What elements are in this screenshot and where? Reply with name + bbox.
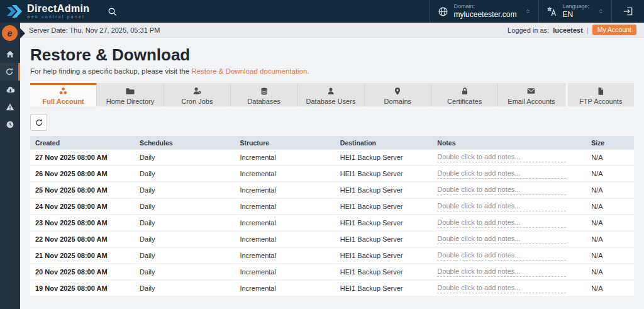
table-row[interactable]: 19 Nov 2025 08:00 AMDailyIncrementalHEI1… <box>30 281 634 297</box>
table-row[interactable]: 22 Nov 2025 08:00 AMDailyIncrementalHEI1… <box>30 232 634 248</box>
tab-label: Database Users <box>306 98 356 105</box>
notes-editable[interactable]: Double click to add notes... <box>437 202 566 211</box>
directadmin-arrows-icon <box>6 4 23 18</box>
notes-cell: Double click to add notes... <box>432 235 586 244</box>
notes-cell: Double click to add notes... <box>432 202 586 211</box>
notes-editable[interactable]: Double click to add notes... <box>437 218 566 228</box>
chevron-updown-icon <box>598 7 604 16</box>
table-row[interactable]: 24 Nov 2025 08:00 AMDailyIncrementalHEI1… <box>30 199 634 215</box>
created-cell: 23 Nov 2025 08:00 AM <box>30 219 135 227</box>
table-header: CreatedSchedulesStructureDestinationNote… <box>30 136 634 150</box>
structure-cell: Incremental <box>235 203 335 210</box>
tab-database-users[interactable]: Database Users <box>297 83 364 106</box>
notes-editable[interactable]: Double click to add notes... <box>437 153 566 162</box>
cloud-download-icon <box>6 85 15 94</box>
refresh-icon <box>35 118 43 127</box>
top-header: DirectAdmin web control panel Domain: my… <box>0 0 644 23</box>
destination-cell: HEI1 Backup Server <box>335 284 433 292</box>
tab-ftp-accounts[interactable]: FTP Accounts <box>568 83 634 106</box>
schedule-cell: Daily <box>135 203 235 210</box>
directadmin-logo[interactable]: DirectAdmin web control panel <box>0 4 90 20</box>
table-row[interactable]: 25 Nov 2025 08:00 AMDailyIncrementalHEI1… <box>30 183 634 199</box>
logout-button[interactable] <box>611 0 644 23</box>
notes-editable[interactable]: Double click to add notes... <box>437 267 566 277</box>
lucee-avatar[interactable]: e <box>2 25 18 41</box>
column-header-schedules[interactable]: Schedules <box>135 139 235 147</box>
schedule-cell: Daily <box>135 219 235 227</box>
notes-cell: Double click to add notes... <box>432 267 586 277</box>
tab-domains[interactable]: Domains <box>365 83 431 106</box>
envelope-icon <box>526 87 536 96</box>
notes-editable[interactable]: Double click to add notes... <box>437 186 566 195</box>
created-cell: 22 Nov 2025 08:00 AM <box>30 235 135 243</box>
sidebar-item-history[interactable] <box>0 116 20 133</box>
notes-editable[interactable]: Double click to add notes... <box>437 235 566 244</box>
language-value: EN <box>562 11 589 20</box>
notes-editable[interactable]: Double click to add notes... <box>437 251 566 261</box>
size-cell: N/A <box>586 235 634 243</box>
language-label: Language: <box>562 3 589 9</box>
map-pin-icon <box>393 87 402 96</box>
structure-cell: Incremental <box>235 154 335 161</box>
size-cell: N/A <box>586 154 634 161</box>
column-header-size[interactable]: Size <box>586 139 634 147</box>
tab-certificates[interactable]: Certificates <box>431 83 498 106</box>
status-bar: Server Date: Thu, Nov 27, 2025, 05:31 PM… <box>0 23 644 38</box>
column-header-created[interactable]: Created <box>30 139 135 147</box>
tab-label: Databases <box>247 98 280 105</box>
domain-selector[interactable]: Domain: myluceetester.com <box>430 0 538 23</box>
refresh-button[interactable] <box>30 114 47 131</box>
tab-home-directory[interactable]: Home Directory <box>97 83 164 106</box>
my-account-button[interactable]: My Account <box>592 25 636 35</box>
size-cell: N/A <box>586 268 634 276</box>
tab-label: Email Accounts <box>508 98 555 105</box>
tab-cron-jobs[interactable]: Cron Jobs <box>164 83 231 106</box>
tab-label: Home Directory <box>106 98 154 105</box>
created-cell: 25 Nov 2025 08:00 AM <box>30 186 135 194</box>
database-icon <box>260 87 269 96</box>
server-date: Server Date: Thu, Nov 27, 2025, 05:31 PM <box>29 26 160 34</box>
language-selector[interactable]: Language: EN <box>538 0 611 23</box>
tab-label: Domains <box>384 98 411 105</box>
tab-full-account[interactable]: Full Account <box>30 83 97 106</box>
destination-cell: HEI1 Backup Server <box>335 219 433 227</box>
created-cell: 20 Nov 2025 08:00 AM <box>30 268 135 276</box>
table-row[interactable]: 20 Nov 2025 08:00 AMDailyIncrementalHEI1… <box>30 264 634 281</box>
tab-databases[interactable]: Databases <box>231 83 297 106</box>
notes-editable[interactable]: Double click to add notes... <box>437 284 566 293</box>
notes-editable[interactable]: Double click to add notes... <box>437 169 566 179</box>
file-icon <box>596 87 605 96</box>
clock-icon <box>6 120 14 129</box>
column-header-destination[interactable]: Destination <box>335 139 433 147</box>
table-row[interactable]: 27 Nov 2025 08:00 AMDailyIncrementalHEI1… <box>30 150 634 166</box>
table-row[interactable]: 21 Nov 2025 08:00 AMDailyIncrementalHEI1… <box>30 248 634 264</box>
home-icon <box>6 50 14 59</box>
search-icon[interactable] <box>108 7 117 16</box>
main-content: Restore & Download For help finding a sp… <box>20 45 644 309</box>
globe-icon <box>438 6 448 17</box>
brand-name: DirectAdmin <box>27 4 90 14</box>
structure-cell: Incremental <box>235 252 335 259</box>
page-title: Restore & Download <box>30 45 644 64</box>
sidebar-item-backups[interactable] <box>0 81 20 98</box>
tab-email-accounts[interactable]: Email Accounts <box>498 83 565 106</box>
sidebar-item-home[interactable] <box>0 45 20 63</box>
destination-cell: HEI1 Backup Server <box>335 235 433 243</box>
structure-cell: Incremental <box>235 268 335 276</box>
documentation-link[interactable]: Restore & Download documentation. <box>191 67 309 75</box>
sidebar-item-restore[interactable] <box>0 63 20 81</box>
notes-cell: Double click to add notes... <box>432 284 586 293</box>
username: luceetest <box>553 26 583 34</box>
cluster-icon <box>58 87 68 96</box>
backup-type-tabs: Full AccountHome DirectoryCron JobsDatab… <box>30 83 634 106</box>
logout-icon <box>623 6 634 17</box>
column-header-notes[interactable]: Notes <box>432 139 586 147</box>
table-row[interactable]: 26 Nov 2025 08:00 AMDailyIncrementalHEI1… <box>30 166 634 183</box>
created-cell: 27 Nov 2025 08:00 AM <box>30 154 135 161</box>
sidebar-item-alerts[interactable] <box>0 98 20 116</box>
table-row[interactable]: 23 Nov 2025 08:00 AMDailyIncrementalHEI1… <box>30 215 634 232</box>
tab-label: FTP Accounts <box>579 98 622 105</box>
column-header-structure[interactable]: Structure <box>235 139 335 147</box>
destination-cell: HEI1 Backup Server <box>335 268 433 276</box>
created-cell: 21 Nov 2025 08:00 AM <box>30 252 135 259</box>
